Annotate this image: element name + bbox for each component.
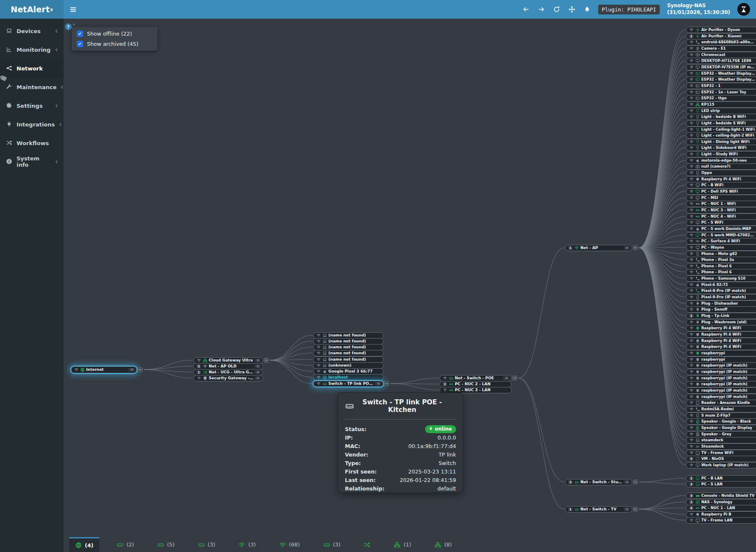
node-tpk[interactable]: Switch - TP link POE - Kitchen: [313, 381, 384, 387]
node-c2[interactable]: 4PC - NUC 1 - LAN: [686, 505, 756, 511]
node-nnf1[interactable]: (name not found): [313, 332, 384, 339]
node-a32[interactable]: PC - S work Daniels-MBP: [686, 226, 756, 232]
node-nnf3[interactable]: (name not found): [313, 344, 384, 350]
node-study[interactable]: 3Net - Switch - Study: [565, 479, 632, 485]
node-nnf5[interactable]: (name not found): [313, 356, 384, 363]
arrow-left-icon[interactable]: [523, 6, 530, 13]
collapse-node-button[interactable]: [633, 507, 638, 512]
node-menu-icon[interactable]: [375, 382, 381, 386]
node-a38[interactable]: Phone - Pixel 6: [686, 263, 756, 269]
node-a52[interactable]: raspberrypi: [686, 350, 756, 356]
node-nap[interactable]: 1Net - AP: [565, 245, 632, 251]
node-a19[interactable]: Light - Sideboard WiFi: [686, 145, 756, 151]
node-a20[interactable]: Light - Study WiFi: [686, 151, 756, 157]
node-a22[interactable]: null (camera?): [686, 163, 756, 170]
move-icon[interactable]: [568, 6, 576, 13]
help-icon[interactable]: ?: [65, 23, 72, 30]
node-a7[interactable]: ESP32 - Weather Display (bl…: [686, 70, 756, 77]
graph-tab-5[interactable]: (68): [273, 537, 306, 552]
node-menu-icon[interactable]: [624, 507, 630, 511]
checkbox-checked-icon[interactable]: ✔: [77, 41, 83, 47]
node-a37[interactable]: Phone - Pixel 3a: [686, 257, 756, 263]
node-a27[interactable]: PC - MSI: [686, 195, 756, 201]
node-localhost[interactable]: localhost: [313, 374, 384, 381]
node-a21[interactable]: motorola-edge-50-neo: [686, 157, 756, 164]
node-a64[interactable]: Speaker - Google Display: [686, 425, 756, 431]
sidebar-item-workflows[interactable]: Workflows: [0, 134, 64, 152]
node-cgu[interactable]: Cloud Gateway Ultra: [193, 357, 263, 364]
sidebar-item-devices[interactable]: Devices: [0, 22, 64, 40]
node-a45[interactable]: Plug - Sonoff: [686, 306, 756, 313]
node-a70[interactable]: Work laptop (IP match): [686, 462, 756, 468]
node-a61[interactable]: Redmi5A-Redmi: [686, 406, 756, 412]
node-gp3[interactable]: Google Pixel 3 66:77: [313, 368, 384, 375]
node-a0[interactable]: Air Purifier - Dyson: [686, 27, 756, 33]
node-a26[interactable]: PC - Dell XPS WiFi: [686, 188, 756, 195]
sidebar-item-network[interactable]: Network: [0, 59, 64, 78]
node-c1[interactable]: 2NAS - Synology: [686, 499, 756, 505]
node-a47[interactable]: Plug - Washroom (old): [686, 319, 756, 325]
node-a59[interactable]: raspberrypi (IP match): [686, 394, 756, 400]
node-a49[interactable]: Raspberry Pi 4 WiFi: [686, 331, 756, 338]
filter-show-archived[interactable]: ✔ Show archived (45): [77, 41, 152, 47]
node-a67[interactable]: Steamdeck: [686, 443, 756, 450]
node-a28[interactable]: PC - NUC 1 - WiFi: [686, 201, 756, 207]
node-ucg[interactable]: 1Net - UCG - Ultra Gateway: [193, 369, 263, 375]
collapse-node-button[interactable]: [633, 480, 638, 485]
node-nnf4[interactable]: (name not found): [313, 350, 384, 356]
node-a6[interactable]: DESKTOP-IV7E55N (IP match): [686, 64, 756, 70]
node-b0[interactable]: 2PC - B LAN: [686, 475, 756, 482]
node-a53[interactable]: raspberrypi: [686, 356, 756, 363]
node-nuc2[interactable]: 2PC - NUC 2 - LAN: [440, 381, 512, 387]
node-a54[interactable]: raspberrypi (IP match): [686, 362, 756, 369]
node-a34[interactable]: PC - Surface 4 WiFi: [686, 238, 756, 244]
node-a33[interactable]: PC - S work MMD-67082015…: [686, 232, 756, 238]
node-a40[interactable]: Phone - Samsung S10: [686, 275, 756, 282]
node-a1[interactable]: 2Air Purifier - Xiaomi: [686, 33, 756, 39]
node-a30[interactable]: PC - NUC 4 - WiFi: [686, 213, 756, 220]
node-ntv[interactable]: 1Net - Switch - TV: [565, 506, 632, 513]
node-a55[interactable]: raspberrypi (IP match): [686, 369, 756, 375]
sidebar-item-settings[interactable]: Settings: [0, 96, 64, 115]
collapse-node-button[interactable]: [138, 367, 143, 372]
refresh-icon[interactable]: [553, 6, 560, 13]
node-c3[interactable]: Raspberry Pi B: [686, 511, 756, 518]
node-menu-icon[interactable]: [624, 480, 630, 484]
node-a24[interactable]: Raspberry Pi 4 WiFi: [686, 176, 756, 182]
node-a41[interactable]: Pixel-6 82:72: [686, 282, 756, 288]
node-a56[interactable]: raspberrypi (IP match): [686, 375, 756, 381]
node-menu-icon[interactable]: [624, 246, 630, 250]
node-a4[interactable]: Chromecast: [686, 52, 756, 58]
node-a60[interactable]: Reader - Amazon Kindle: [686, 400, 756, 406]
node-nnf2[interactable]: (name not found): [313, 338, 384, 345]
node-a69[interactable]: 5VM - NixOS: [686, 456, 756, 462]
node-a44[interactable]: Plug - Dishwasher: [686, 300, 756, 307]
node-a58[interactable]: raspberrypi (IP match): [686, 387, 756, 394]
node-a31[interactable]: PC - S WiFi: [686, 219, 756, 226]
graph-tab-4[interactable]: (3): [232, 537, 262, 552]
node-a13[interactable]: LED strip: [686, 108, 756, 114]
bell-icon[interactable]: [584, 6, 591, 13]
node-a39[interactable]: Phone - Pixel 6: [686, 269, 756, 275]
graph-tab-7[interactable]: [358, 537, 376, 552]
node-menu-icon[interactable]: [255, 370, 261, 374]
collapse-node-button[interactable]: [384, 381, 389, 386]
graph-tab-3[interactable]: (3): [192, 537, 221, 552]
node-a16[interactable]: Light - Ceiling-light-1 WiFi: [686, 126, 756, 133]
node-a57[interactable]: raspberrypi (IP match): [686, 381, 756, 387]
node-a63[interactable]: Speaker - Google - Black: [686, 418, 756, 425]
node-a36[interactable]: Phone - Moto g82: [686, 251, 756, 257]
node-usg[interactable]: Security Gateway - USG: [193, 375, 263, 381]
node-nsp[interactable]: Net - Switch - POE: [440, 375, 512, 381]
node-menu-icon[interactable]: [503, 376, 510, 380]
node-menu-icon[interactable]: [129, 368, 135, 372]
node-a43[interactable]: Pixel-9-Pro (IP match): [686, 294, 756, 300]
node-a46[interactable]: 2Plug - Tp-Link: [686, 313, 756, 319]
node-a42[interactable]: Pixel-9-Pro (IP match): [686, 288, 756, 294]
graph-tab-9[interactable]: (8): [428, 537, 458, 552]
sidebar-item-monitoring[interactable]: Monitoring: [0, 40, 64, 59]
node-a48[interactable]: Raspberry Pi 4 WiFi: [686, 325, 756, 331]
graph-tab-0[interactable]: (4): [69, 537, 99, 552]
node-menu-icon[interactable]: [255, 364, 261, 368]
node-a12[interactable]: KP115: [686, 101, 756, 108]
